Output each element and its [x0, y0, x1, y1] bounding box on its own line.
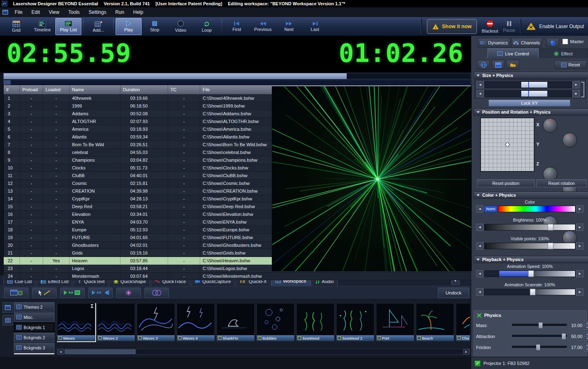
window-layout-button[interactable] [4, 288, 28, 298]
show-it-now-button[interactable]: ! Show it now [427, 19, 477, 34]
spinner-down[interactable]: ▼ [584, 325, 588, 329]
spinner-down[interactable]: ▼ [584, 336, 588, 340]
slider-right-arrow[interactable]: ▶ [576, 205, 584, 213]
scroll-left-arrow[interactable]: ◀ [57, 349, 64, 354]
animation-speed-slider[interactable]: ◀ ▶ [476, 270, 584, 277]
cursor-laser-button[interactable] [32, 288, 57, 298]
slider-left-arrow[interactable]: ◀ [477, 81, 484, 88]
slider-right-arrow[interactable]: ▶ [576, 270, 584, 277]
reset-position-button[interactable]: Reset position [477, 179, 535, 187]
category-bckgrnds3[interactable]: Bckgrnds 3 [14, 343, 55, 352]
scrollbar-thumb[interactable] [65, 349, 136, 354]
burst-effect-button[interactable] [116, 288, 141, 298]
last-button[interactable]: Last [302, 18, 328, 35]
next-button[interactable]: Next [276, 18, 302, 35]
category-themes2[interactable]: Themes 2 [14, 302, 55, 312]
enable-laser-output-button[interactable]: Enable Laser Output [526, 22, 584, 31]
cue-thumbnail-seaweed2[interactable]: SeaWeed 2 [336, 303, 374, 341]
slider-track[interactable] [484, 224, 575, 231]
norm-chip[interactable]: Norm [484, 206, 497, 212]
slider-thumb[interactable] [530, 289, 536, 295]
slider-left-arrow[interactable]: ◀ [476, 288, 483, 296]
timeline-button[interactable]: Timeline [29, 18, 55, 35]
brightness-slider[interactable]: ◀ ▶ [476, 224, 584, 231]
playback-progress-bar[interactable] [3, 73, 471, 79]
tab-effect[interactable]: Effect [539, 48, 588, 58]
tab-live-control[interactable]: Live Control [487, 48, 539, 58]
thumbnail-scrollbar[interactable]: ◀ ▶ [57, 349, 470, 355]
menu-file[interactable]: File [11, 8, 26, 16]
reset-button[interactable]: Reset [554, 60, 587, 69]
slider-right-arrow[interactable]: ▶ [573, 90, 580, 97]
column-header-preload[interactable]: Preload [20, 85, 43, 94]
cue-thumbnail-cha[interactable]: Cha [456, 303, 470, 341]
pause-button[interactable]: Pause [503, 20, 515, 33]
menu-edit[interactable]: Edit [27, 8, 44, 16]
master-checkbox[interactable] [562, 39, 568, 44]
menu-run[interactable]: Run [111, 8, 128, 16]
cue-thumbnail-waves3[interactable]: Waves 3 [137, 303, 175, 341]
column-header-name[interactable]: Name [70, 85, 120, 94]
dynamics-button[interactable]: Dynamics [478, 38, 510, 48]
position-pad[interactable] [480, 117, 535, 172]
section-position-rotation[interactable]: Position and Rotation + Physics [474, 108, 588, 116]
x-rotation-knob[interactable] [562, 133, 577, 147]
section-playback-physics[interactable]: Playback + Physics [474, 256, 588, 263]
color-gradient-track[interactable] [498, 206, 575, 212]
column-header-loaded[interactable]: Loaded [43, 85, 70, 94]
grid-button[interactable]: Grid [3, 18, 29, 35]
sphere-button[interactable] [546, 38, 559, 48]
category-bckgrnds1[interactable]: Bckgrnds 1 [14, 323, 55, 332]
slider-thumb[interactable] [538, 322, 543, 329]
globe-button[interactable] [477, 60, 490, 70]
visible-points-slider[interactable]: ◀ ▶ [476, 242, 584, 250]
video-button[interactable]: Video [168, 18, 194, 35]
slider-track[interactable] [484, 270, 575, 277]
slider-thumb[interactable] [562, 333, 566, 340]
add-button[interactable]: Add... [85, 18, 111, 35]
projector-status-bar[interactable]: ✓ Projector 1: FB3 52982 [471, 357, 588, 369]
category-abstr[interactable]: Abstr [14, 353, 55, 354]
loop-button[interactable]: Loop [194, 18, 220, 35]
spinner-up[interactable]: ▲ [584, 343, 588, 347]
slider-thumb[interactable] [528, 270, 534, 277]
slider-right-arrow[interactable]: ▶ [573, 81, 580, 88]
column-header-#[interactable]: # [4, 85, 20, 94]
transition-jump-button[interactable] [88, 288, 113, 298]
menu-view[interactable]: View [45, 8, 63, 16]
folder-button[interactable] [506, 60, 519, 70]
slider-track[interactable] [485, 90, 572, 97]
menu-help[interactable]: Help [129, 8, 147, 16]
reset-rotation-button[interactable]: Reset rotation [536, 179, 587, 187]
color-slider[interactable]: ◀ Norm ▶ [476, 205, 584, 213]
lock-xy-button[interactable]: Lock XY [488, 99, 571, 107]
animation-scanrate-slider[interactable]: ◀ ▶ [476, 288, 584, 296]
page-view-button-2[interactable] [2, 315, 13, 325]
physics-slider[interactable] [512, 324, 567, 327]
stop-button[interactable]: Stop [142, 18, 168, 35]
spinner-up[interactable]: ▲ [584, 321, 588, 325]
blackout-button[interactable]: Blackout [482, 20, 498, 33]
cue-thumbnail-bubbles[interactable]: Bubbles [256, 303, 295, 341]
previous-button[interactable]: Previous [250, 18, 276, 35]
slider-left-arrow[interactable]: ◀ [477, 90, 484, 97]
slider-left-arrow[interactable]: ◀ [476, 224, 483, 231]
cue-thumbnail-port[interactable]: Port [376, 303, 414, 341]
section-size-physics[interactable]: Size + Physics [474, 72, 588, 79]
playlist-row[interactable]: 24--Monstermash03:07.64-C:\Shows\Monster… [4, 272, 471, 280]
slider-track[interactable] [485, 81, 572, 88]
cue-thumbnail-waves[interactable]: WavesΣ [57, 303, 95, 341]
slider-left-arrow[interactable]: ◀ [476, 242, 483, 250]
slider-thumb[interactable] [548, 224, 553, 231]
cue-thumbnail-seaweed[interactable]: SeaWeed [296, 303, 334, 341]
cue-thumbnail-waves4[interactable]: Waves 4 [177, 303, 215, 341]
transition-morph-button[interactable] [60, 288, 85, 298]
slider-thumb[interactable] [548, 243, 553, 249]
undock-button[interactable]: Undock [438, 288, 469, 298]
slider-thumb[interactable] [536, 344, 540, 351]
cue-thumbnail-beach[interactable]: Beach [416, 303, 454, 341]
channels-button[interactable]: Channels [511, 38, 542, 48]
slider-right-arrow[interactable]: ▶ [576, 288, 584, 296]
spinner-up[interactable]: ▲ [584, 332, 588, 336]
panel-view-button[interactable] [492, 60, 505, 70]
